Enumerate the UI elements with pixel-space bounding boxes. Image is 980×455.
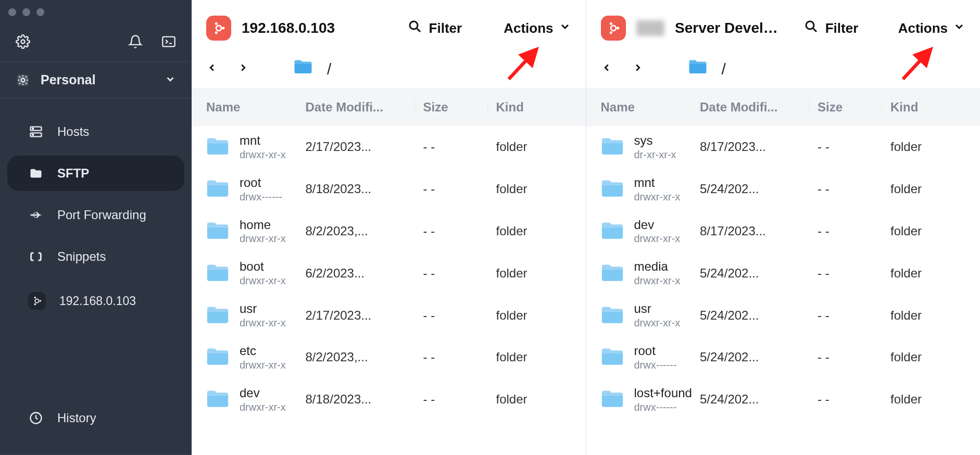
file-kind: folder (488, 140, 571, 154)
sidebar-item-history[interactable]: History (7, 400, 184, 436)
table-row[interactable]: mntdrwxr-xr-x5/24/202...- -folder (586, 168, 981, 210)
table-row[interactable]: devdrwxr-xr-x8/17/2023...- -folder (586, 210, 981, 252)
table-row[interactable]: homedrwxr-xr-x8/2/2023,...- -folder (192, 210, 586, 252)
folder-icon (206, 221, 229, 241)
file-permissions: drwx------ (634, 359, 677, 371)
col-name[interactable]: Name (601, 100, 700, 115)
col-size[interactable]: Size (809, 100, 882, 115)
table-row[interactable]: etcdrwxr-xr-x8/2/2023,...- -folder (192, 336, 586, 378)
svg-point-6 (32, 128, 33, 129)
table-row[interactable]: devdrwxr-xr-x8/18/2023...- -folder (192, 378, 586, 421)
sidebar-item-hosts[interactable]: Hosts (7, 114, 184, 149)
file-permissions: drwx------ (240, 191, 282, 203)
svg-point-19 (611, 26, 616, 31)
file-size: - - (415, 266, 488, 281)
nav-back-button[interactable] (601, 61, 612, 77)
col-size[interactable]: Size (415, 100, 488, 115)
filter-button[interactable]: Filter (803, 19, 859, 38)
traffic-zoom[interactable] (36, 8, 44, 16)
folder-icon (601, 306, 624, 325)
host-os-icon (601, 16, 626, 41)
traffic-close[interactable] (8, 8, 16, 16)
file-date: 8/18/2023... (306, 392, 415, 407)
vault-selector[interactable]: Personal (0, 61, 192, 98)
table-row[interactable]: bootdrwxr-xr-x6/2/2023...- -folder (192, 252, 586, 294)
col-name[interactable]: Name (206, 100, 306, 115)
table-row[interactable]: lost+founddrwx------5/24/202...- -folder (586, 378, 981, 421)
file-date: 8/17/2023... (700, 140, 809, 154)
table-row[interactable]: usrdrwxr-xr-x2/17/2023...- -folder (192, 294, 586, 336)
pane-header: 192.168.0.103FilterActions (192, 0, 586, 46)
file-kind: folder (882, 266, 965, 281)
nav-back-button[interactable] (206, 61, 218, 77)
file-name: etc (240, 344, 286, 359)
table-row[interactable]: rootdrwx------5/24/202...- -folder (586, 336, 981, 378)
file-size: - - (415, 350, 488, 364)
sidebar-item-sftp[interactable]: SFTP (7, 156, 184, 191)
col-date[interactable]: Date Modifi... (306, 100, 415, 115)
traffic-minimize[interactable] (22, 8, 30, 16)
file-name: dev (634, 218, 681, 233)
table-row[interactable]: mntdrwxr-xr-x2/17/2023...- -folder (192, 126, 586, 168)
host-name: Server Develop... (675, 20, 783, 36)
filter-button[interactable]: Filter (407, 19, 462, 38)
file-kind: folder (488, 308, 571, 323)
actions-button[interactable]: Actions (898, 20, 965, 36)
actions-button[interactable]: Actions (504, 20, 571, 36)
col-kind[interactable]: Kind (882, 100, 965, 115)
file-permissions: drwxr-xr-x (240, 274, 286, 287)
svg-point-17 (410, 21, 418, 29)
sidebar: Personal HostsSFTPPort ForwardingSnippet… (0, 0, 192, 455)
current-path[interactable]: / (722, 60, 726, 78)
host-os-icon (206, 16, 231, 41)
svg-point-13 (216, 26, 221, 31)
sidebar-item-snippets[interactable]: Snippets (7, 239, 184, 274)
window-traffic-lights (0, 0, 192, 19)
file-permissions: drwxr-xr-x (634, 191, 681, 203)
file-permissions: drwxr-xr-x (634, 232, 681, 245)
table-row[interactable]: usrdrwxr-xr-x5/24/202...- -folder (586, 294, 981, 336)
chevron-down-icon (165, 73, 176, 87)
pane-header: Server Develop...FilterActions (586, 0, 981, 46)
chevron-down-icon (953, 20, 965, 36)
gear-icon[interactable] (16, 34, 30, 49)
svg-point-20 (617, 27, 619, 29)
svg-point-22 (609, 31, 612, 34)
svg-point-9 (40, 300, 42, 302)
file-name: usr (634, 301, 681, 317)
folder-icon (294, 59, 312, 79)
bell-icon[interactable] (128, 34, 143, 49)
terminal-icon[interactable] (161, 34, 176, 49)
pf-icon (28, 208, 44, 222)
nav-forward-button[interactable] (237, 61, 249, 77)
col-kind[interactable]: Kind (488, 100, 571, 115)
file-name: root (634, 344, 677, 359)
file-size: - - (809, 224, 882, 238)
file-size: - - (809, 140, 882, 154)
clock-icon (28, 411, 44, 425)
search-icon (803, 19, 819, 38)
file-date: 8/2/2023,... (306, 224, 415, 238)
sidebar-item-port-forwarding[interactable]: Port Forwarding (7, 197, 184, 233)
table-row[interactable]: mediadrwxr-xr-x5/24/202...- -folder (586, 252, 981, 294)
nav-forward-button[interactable] (632, 61, 644, 77)
table-row[interactable]: rootdrwx------8/18/2023...- -folder (192, 168, 586, 210)
current-path[interactable]: / (327, 60, 331, 78)
sidebar-nav: HostsSFTPPort ForwardingSnippets (0, 98, 192, 277)
sidebar-connected-host[interactable]: 192.168.0.103 (7, 283, 184, 319)
file-name: lost+found (634, 386, 692, 401)
folder-icon (206, 347, 229, 367)
col-date[interactable]: Date Modifi... (700, 100, 809, 115)
file-name: media (634, 259, 681, 274)
svg-point-23 (806, 21, 814, 29)
file-date: 5/24/202... (700, 308, 809, 323)
chevron-down-icon (559, 20, 571, 36)
sidebar-item-label: Port Forwarding (57, 208, 146, 222)
folder-icon (206, 306, 229, 325)
folder-icon (206, 179, 229, 199)
file-size: - - (415, 182, 488, 196)
breadcrumb: / (192, 46, 586, 88)
svg-point-21 (609, 22, 612, 25)
table-row[interactable]: sysdr-xr-xr-x8/17/2023...- -folder (586, 126, 981, 168)
svg-point-11 (34, 304, 36, 306)
